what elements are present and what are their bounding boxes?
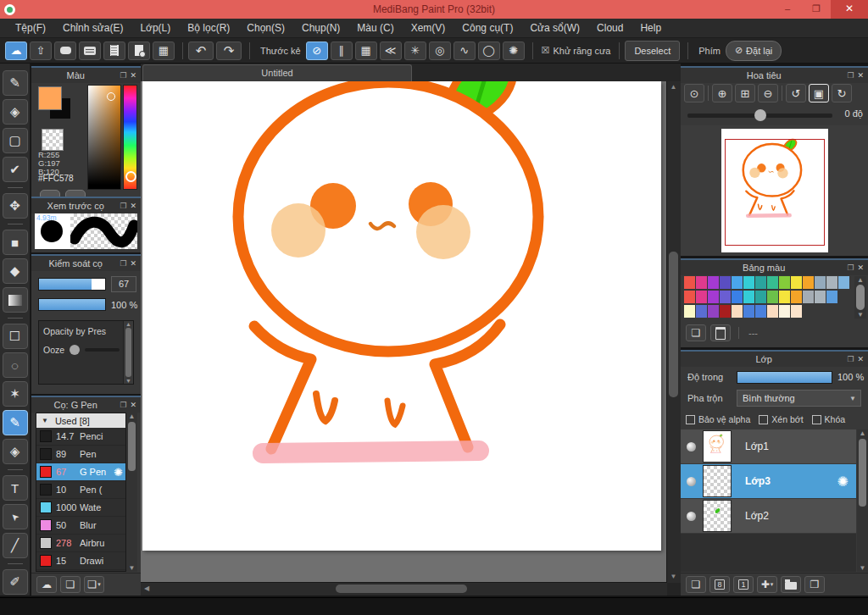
navigator-canvas-thumbnail[interactable]: [721, 129, 828, 252]
horizontal-scrollbar[interactable]: ◀: [141, 582, 667, 596]
palette-swatch[interactable]: [767, 291, 778, 303]
new-folder-button[interactable]: [781, 576, 801, 593]
gradient-tool[interactable]: [3, 287, 28, 313]
add-layer-button[interactable]: ❏: [686, 576, 706, 593]
menu-item-11[interactable]: Help: [632, 19, 670, 37]
menu-item-5[interactable]: Chụp(N): [293, 19, 348, 37]
scroll-up-icon[interactable]: ▲: [129, 413, 136, 420]
palette-swatch[interactable]: [755, 276, 766, 289]
brush-opacity-slider[interactable]: [38, 298, 106, 311]
layer-visibility-icon[interactable]: [687, 477, 696, 486]
brush-option-ooze[interactable]: Ooze: [43, 345, 64, 355]
close-icon[interactable]: ✕: [857, 355, 864, 363]
comment-button[interactable]: [79, 42, 101, 60]
add-special-layer-button[interactable]: ✚▾: [757, 576, 777, 593]
scroll-up-icon[interactable]: ▲: [125, 321, 131, 327]
scroll-down-icon[interactable]: ▼: [125, 378, 131, 384]
palette-swatch[interactable]: [838, 276, 849, 289]
scrollbar-thumb[interactable]: [856, 285, 865, 310]
close-icon[interactable]: ✕: [130, 71, 136, 80]
palette-swatch[interactable]: [732, 276, 743, 289]
menu-item-6[interactable]: Màu (C): [348, 19, 402, 37]
ooze-slider-track[interactable]: [85, 348, 120, 352]
history-button[interactable]: [128, 42, 150, 60]
palette-swatch[interactable]: [815, 276, 826, 289]
divide-tool[interactable]: ╱: [3, 533, 28, 558]
scroll-up-icon[interactable]: ▲: [857, 276, 864, 284]
palette-swatch[interactable]: [684, 305, 695, 318]
layer-opacity-slider[interactable]: [737, 371, 832, 384]
palette-swatch[interactable]: [732, 291, 743, 303]
close-button[interactable]: ✕: [831, 0, 868, 19]
fill-rect-tool[interactable]: ■: [3, 230, 28, 255]
palette-swatch[interactable]: [743, 305, 754, 318]
add-color-button[interactable]: ❏: [686, 324, 706, 341]
rotate-left-button[interactable]: ↺: [786, 84, 806, 102]
palette-swatch[interactable]: [791, 305, 802, 318]
popout-icon[interactable]: ❐: [120, 202, 126, 210]
fg-bg-swatches[interactable]: [38, 86, 79, 125]
ruler-off-button[interactable]: ⊘: [306, 42, 328, 60]
layer-row[interactable]: Lớp1: [681, 429, 856, 464]
palette-swatch[interactable]: [755, 305, 766, 318]
popout-icon[interactable]: ❐: [847, 71, 854, 80]
popout-icon[interactable]: ❐: [120, 259, 126, 268]
palette-swatch[interactable]: [720, 276, 731, 289]
select-lasso-tool[interactable]: ◌: [3, 352, 28, 378]
add-8bit-layer-button[interactable]: 8: [709, 576, 730, 593]
ruler-vanishing-button[interactable]: ≪: [380, 42, 402, 60]
duplicate-layer-button[interactable]: ❐: [804, 576, 825, 593]
palette-swatch[interactable]: [720, 291, 731, 303]
brush-row[interactable]: 278Airbru: [36, 535, 125, 552]
zoom-out-button[interactable]: ⊖: [758, 84, 778, 102]
scroll-left-icon[interactable]: ◀: [141, 583, 153, 595]
delete-color-button[interactable]: [710, 324, 731, 341]
layer-row[interactable]: Lớp2: [681, 499, 856, 534]
palette-swatch[interactable]: [696, 305, 707, 318]
ruler-ellipse-button[interactable]: ◯: [478, 42, 500, 60]
menu-item-2[interactable]: Lớp(L): [131, 19, 179, 37]
palette-swatch[interactable]: [684, 291, 695, 303]
cloud-upload-button[interactable]: ☁: [36, 576, 57, 593]
foreground-color-swatch[interactable]: [38, 86, 62, 110]
hue-slider[interactable]: [123, 85, 137, 190]
polyline-brush-tool[interactable]: ✔: [3, 157, 28, 182]
transparent-color-swatch[interactable]: [42, 129, 64, 151]
palette-swatch[interactable]: [732, 305, 743, 318]
saturation-picker[interactable]: [87, 85, 121, 190]
menu-item-7[interactable]: Xem(V): [403, 19, 454, 37]
palette-swatch[interactable]: [803, 276, 814, 289]
menu-item-3[interactable]: Bộ lọc(R): [179, 19, 238, 37]
menu-item-9[interactable]: Cửa sổ(W): [521, 19, 588, 37]
brush-row[interactable]: 50Blur: [36, 517, 125, 535]
scrollbar-thumb[interactable]: [125, 328, 131, 377]
rotation-slider-knob[interactable]: [754, 109, 766, 121]
palette-swatch[interactable]: [791, 291, 802, 303]
palette-swatch[interactable]: [826, 291, 837, 303]
move-tool[interactable]: ✥: [3, 193, 28, 219]
palette-swatch[interactable]: [708, 276, 719, 289]
ooze-slider-knob[interactable]: [70, 345, 80, 355]
popout-icon[interactable]: ❐: [120, 71, 126, 80]
zoom-actual-button[interactable]: ⊙: [684, 84, 704, 102]
text-tool[interactable]: T: [3, 475, 28, 501]
antialias-checkbox[interactable]: ☒ Khử răng cưa: [542, 45, 611, 56]
layer-visibility-icon[interactable]: [687, 442, 696, 452]
undo-button[interactable]: ↶: [188, 42, 214, 60]
rotation-slider[interactable]: [687, 114, 832, 118]
operation-tool[interactable]: ➤: [3, 504, 28, 529]
options-scrollbar[interactable]: ▲ ▼: [123, 321, 133, 384]
add-1bit-layer-button[interactable]: 1: [733, 576, 754, 593]
layer-checkbox-1[interactable]: Xén bớt: [759, 414, 803, 424]
scrollbar-thumb[interactable]: [669, 252, 678, 397]
menu-item-0[interactable]: Tệp(F): [7, 19, 54, 37]
magic-wand-tool[interactable]: ✶: [3, 381, 28, 407]
popout-icon[interactable]: ❐: [847, 263, 854, 272]
select-eraser-tool[interactable]: ◈: [3, 439, 28, 464]
scrollbar-thumb[interactable]: [128, 422, 136, 471]
scrollbar-thumb[interactable]: [336, 585, 467, 593]
ruler-curve-button[interactable]: ∿: [453, 42, 476, 60]
brush-tool[interactable]: ✎: [3, 70, 28, 96]
close-icon[interactable]: ✕: [130, 401, 136, 409]
palette-swatch[interactable]: [803, 291, 814, 303]
